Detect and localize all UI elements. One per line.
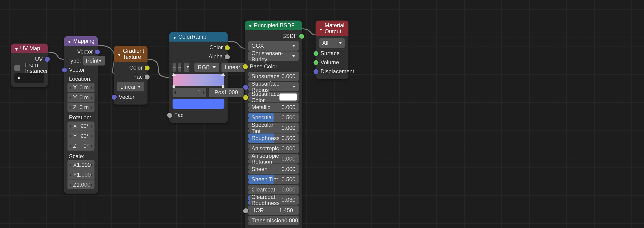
scale-label: Scale: — [64, 151, 98, 160]
ramp-stop-1[interactable] — [220, 73, 226, 87]
collapse-icon[interactable] — [67, 39, 71, 43]
metallic-slider[interactable]: Metallic0.000 — [248, 103, 299, 112]
socket-icon[interactable] — [313, 51, 319, 57]
remove-stop-button[interactable]: − — [178, 63, 181, 72]
node-principled-bsdf[interactable]: Principled BSDF BSDF GGX Christensen-Bur… — [245, 21, 302, 228]
color-mode-dropdown[interactable]: RGB — [194, 63, 219, 72]
socket-icon[interactable] — [313, 60, 319, 66]
subsurface-color[interactable]: Subsurface Color — [248, 92, 299, 102]
header-bsdf[interactable]: Principled BSDF — [245, 21, 302, 30]
socket-out-alpha[interactable]: Alpha — [169, 52, 228, 61]
transmission-slider[interactable]: Transmission0.000 — [248, 216, 299, 225]
collapse-icon[interactable] — [172, 35, 176, 39]
subsurface-slider[interactable]: Subsurface0.000 — [248, 72, 299, 81]
socket-icon[interactable] — [299, 33, 304, 39]
subsurface-color-swatch[interactable] — [280, 93, 297, 100]
socket-icon[interactable] — [224, 54, 230, 60]
socket-in-vector[interactable]: Vector — [114, 92, 148, 101]
ramp-stop-0[interactable] — [171, 73, 176, 87]
title-material-output: Material Output — [324, 22, 345, 35]
node-material-output[interactable]: Material Output All Surface Volume Displ… — [316, 21, 348, 79]
socket-icon[interactable] — [144, 74, 150, 80]
ior-field[interactable]: IOR1.450 — [248, 205, 299, 215]
subsurface-method-dropdown[interactable]: Christensen-Burley — [248, 51, 299, 61]
rotation-y[interactable]: Y90° — [67, 132, 94, 141]
socket-out-color[interactable]: Color — [114, 63, 148, 72]
socket-icon[interactable] — [62, 67, 68, 73]
roughness-slider[interactable]: Roughness0.500 — [248, 133, 299, 143]
header-colorramp[interactable]: ColorRamp — [169, 32, 228, 42]
location-y[interactable]: Y0 m — [67, 93, 94, 102]
socket-in-displacement[interactable]: Displacement — [316, 67, 348, 76]
rotation-x[interactable]: X90° — [67, 122, 94, 131]
distribution-dropdown[interactable]: GGX — [248, 41, 299, 51]
socket-in-vector[interactable]: Vector — [64, 65, 98, 74]
collapse-icon[interactable] — [14, 47, 18, 50]
socket-in-fac[interactable]: Fac — [169, 110, 228, 119]
socket-icon[interactable] — [224, 45, 230, 51]
scale-z[interactable]: Z1.000 — [67, 180, 94, 189]
socket-icon[interactable] — [242, 64, 248, 70]
socket-in-volume[interactable]: Volume — [316, 58, 348, 67]
color-ramp[interactable] — [172, 74, 224, 86]
socket-in-surface[interactable]: Surface — [316, 49, 348, 58]
scale-x[interactable]: X1.000 — [67, 160, 94, 170]
anisotropic-rotation-slider[interactable]: Anisotropic Rotation0.000 — [248, 154, 299, 164]
rotation-label: Rotation: — [64, 113, 98, 122]
special-menu-button[interactable] — [184, 63, 190, 72]
from-instancer-checkbox[interactable]: From Instancer — [11, 64, 48, 73]
location-z[interactable]: Z0 m — [67, 103, 94, 112]
specular-tint-slider[interactable]: Specular Tint0.000 — [248, 123, 299, 133]
stop-position-field[interactable]: Pos 1.000 — [209, 88, 244, 97]
rotation-z[interactable]: Z0° — [67, 141, 94, 151]
collapse-icon[interactable] — [117, 52, 121, 56]
stop-color-swatch[interactable] — [172, 99, 224, 109]
socket-icon[interactable] — [243, 94, 249, 100]
header-gradient[interactable]: Gradient Texture — [114, 46, 148, 62]
collapse-icon[interactable] — [248, 24, 252, 27]
header-material-output[interactable]: Material Output — [316, 21, 348, 36]
anisotropic-slider[interactable]: Anisotropic0.000 — [248, 144, 299, 153]
location-group: X0 m Y0 m Z0 m — [67, 83, 94, 112]
target-dropdown[interactable]: All — [319, 38, 345, 48]
add-stop-button[interactable]: + — [172, 63, 176, 72]
stop-index-field[interactable]: 1 — [172, 88, 206, 97]
sheen-tint-slider[interactable]: Sheen Tint0.500 — [248, 174, 299, 184]
scale-y[interactable]: Y1.000 — [67, 170, 94, 180]
socket-icon[interactable] — [243, 84, 249, 90]
collapse-icon[interactable] — [319, 27, 323, 30]
socket-icon[interactable] — [112, 94, 117, 100]
header-mapping[interactable]: Mapping — [64, 36, 98, 46]
socket-icon[interactable] — [94, 49, 100, 55]
node-colorramp[interactable]: ColorRamp Color Alpha + − RGB Linear — [169, 32, 228, 123]
subsurface-radius[interactable]: Subsurface Radius — [248, 82, 299, 91]
sheen-slider[interactable]: Sheen0.000 — [248, 164, 299, 174]
socket-out-color[interactable]: Color — [169, 43, 228, 52]
title-uv-map: UV Map — [20, 45, 40, 52]
socket-icon[interactable] — [313, 69, 319, 75]
specular-slider[interactable]: Specular0.500 — [248, 113, 299, 122]
type-dropdown[interactable]: Point — [83, 56, 105, 65]
node-gradient-texture[interactable]: Gradient Texture Color Fac Linear Vector — [114, 46, 148, 104]
socket-icon[interactable] — [167, 112, 173, 118]
header-uv-map[interactable]: UV Map — [11, 44, 48, 53]
checkbox-icon[interactable] — [14, 65, 20, 71]
node-uv-map[interactable]: UV Map UV From Instancer — [11, 44, 48, 87]
socket-icon[interactable] — [243, 208, 249, 213]
socket-icon[interactable] — [44, 56, 50, 62]
title-bsdf: Principled BSDF — [254, 22, 294, 29]
location-label: Location: — [64, 74, 98, 83]
uv-map-search[interactable] — [14, 73, 44, 83]
title-gradient: Gradient Texture — [123, 48, 144, 60]
socket-icon[interactable] — [144, 65, 150, 71]
socket-out-fac[interactable]: Fac — [114, 72, 148, 81]
gradient-type-dropdown[interactable]: Linear — [117, 82, 144, 91]
location-x[interactable]: X0 m — [67, 83, 94, 92]
node-mapping[interactable]: Mapping Vector Type: Point Vector Locati… — [64, 36, 98, 194]
socket-base-color[interactable]: Base Color — [245, 62, 302, 71]
clearcoat-roughness-slider[interactable]: Clearcoat Roughness0.030 — [248, 195, 299, 205]
socket-out-vector[interactable]: Vector — [64, 47, 98, 56]
socket-out-bsdf[interactable]: BSDF — [245, 31, 302, 41]
clearcoat-slider[interactable]: Clearcoat0.000 — [248, 185, 299, 194]
rotation-group: X90° Y90° Z0° — [67, 122, 94, 151]
